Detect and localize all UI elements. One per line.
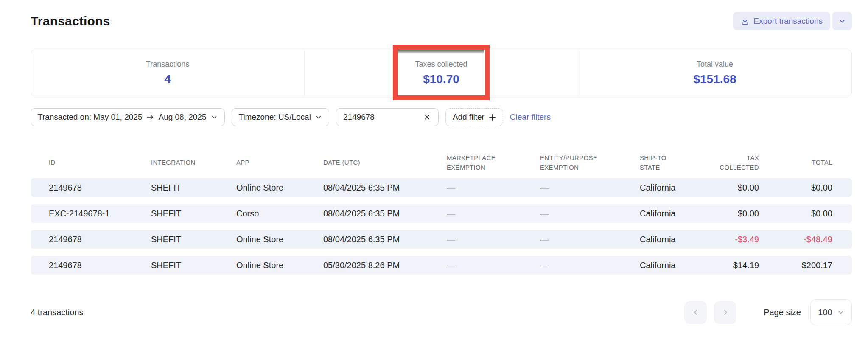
- cell-integration: SHEFIT: [151, 235, 236, 244]
- cell-ship-to-state: California: [640, 183, 710, 193]
- date-range-filter-label: Transacted on: May 01, 2025: [38, 112, 142, 122]
- stat-transactions-label: Transactions: [146, 60, 189, 69]
- cell-total: $0.00: [759, 209, 832, 219]
- cell-entity-exemption: —: [540, 183, 640, 193]
- cell-date: 08/04/2025 6:35 PM: [323, 183, 447, 193]
- timezone-filter-label: Timezone: US/Local: [239, 112, 311, 122]
- cell-entity-exemption: —: [540, 235, 640, 244]
- export-transactions-button[interactable]: Export transactions: [733, 12, 830, 30]
- date-range-filter[interactable]: Transacted on: May 01, 2025 Aug 08, 2025: [31, 108, 225, 126]
- cell-marketplace-exemption: —: [447, 209, 540, 219]
- table-row[interactable]: 2149678 SHEFIT Online Store 05/30/2025 8…: [31, 256, 852, 275]
- stat-transactions: Transactions 4: [31, 50, 304, 96]
- cell-id: 2149678: [49, 183, 151, 193]
- stat-transactions-value: 4: [164, 73, 171, 86]
- cell-marketplace-exemption: —: [447, 235, 540, 244]
- plus-icon: [489, 114, 496, 121]
- export-transactions-label: Export transactions: [753, 17, 823, 26]
- export-options-button[interactable]: [832, 12, 852, 30]
- column-header-integration: INTEGRATION: [151, 157, 236, 167]
- transactions-page: Transactions Export transactions Transac…: [0, 0, 868, 359]
- cell-app: Online Store: [236, 235, 323, 244]
- cell-marketplace-exemption: —: [447, 183, 540, 193]
- date-range-filter-end: Aug 08, 2025: [158, 112, 206, 122]
- cell-date: 05/30/2025 8:26 PM: [323, 261, 447, 270]
- add-filter-label: Add filter: [453, 112, 484, 122]
- column-header-ship-to-state: SHIP-TO STATE: [640, 153, 710, 173]
- clear-search-button[interactable]: [423, 113, 431, 121]
- cell-entity-exemption: —: [540, 261, 640, 270]
- column-header-id: ID: [49, 157, 151, 167]
- cell-id: EXC-2149678-1: [49, 209, 151, 219]
- cell-app: Online Store: [236, 261, 323, 270]
- page-size-value: 100: [818, 308, 832, 317]
- chevron-down-icon: [211, 114, 218, 121]
- download-icon: [741, 17, 749, 25]
- add-filter-button[interactable]: Add filter: [445, 108, 503, 126]
- search-filter[interactable]: [336, 108, 439, 126]
- topbar: Transactions Export transactions: [31, 12, 852, 30]
- table-body: 2149678 SHEFIT Online Store 08/04/2025 6…: [31, 178, 852, 275]
- search-input[interactable]: [343, 112, 415, 122]
- stat-taxes-collected-value: $10.70: [423, 73, 459, 86]
- timezone-filter[interactable]: Timezone: US/Local: [232, 108, 329, 126]
- column-header-date: DATE (UTC): [323, 157, 447, 167]
- export-group: Export transactions: [733, 12, 852, 30]
- cell-integration: SHEFIT: [151, 261, 236, 270]
- chevron-down-icon: [838, 17, 846, 25]
- column-header-marketplace-exemption: MARKETPLACE EXEMPTION: [447, 153, 540, 173]
- filters-bar: Transacted on: May 01, 2025 Aug 08, 2025…: [31, 108, 852, 126]
- cell-id: 2149678: [49, 235, 151, 244]
- arrow-right-icon: [146, 114, 154, 121]
- cell-tax-collected: $0.00: [710, 183, 759, 193]
- next-page-button[interactable]: [714, 301, 736, 324]
- table-row[interactable]: 2149678 SHEFIT Online Store 08/04/2025 6…: [31, 230, 852, 249]
- close-icon: [424, 114, 431, 121]
- page-size-select[interactable]: 100: [810, 299, 852, 325]
- cell-integration: SHEFIT: [151, 209, 236, 219]
- cell-tax-collected: -$3.49: [710, 235, 759, 244]
- table-header: ID INTEGRATION APP DATE (UTC) MARKETPLAC…: [31, 152, 852, 173]
- cell-app: Online Store: [236, 183, 323, 193]
- stat-total-value-label: Total value: [697, 60, 733, 69]
- chevron-right-icon: [722, 309, 729, 316]
- cell-marketplace-exemption: —: [447, 261, 540, 270]
- cell-date: 08/04/2025 6:35 PM: [323, 235, 447, 244]
- table-row[interactable]: 2149678 SHEFIT Online Store 08/04/2025 6…: [31, 178, 852, 197]
- table-row[interactable]: EXC-2149678-1 SHEFIT Corso 08/04/2025 6:…: [31, 204, 852, 223]
- cell-ship-to-state: California: [640, 209, 710, 219]
- stat-taxes-collected-label: Taxes collected: [415, 60, 467, 69]
- chevron-down-icon: [315, 114, 322, 121]
- pagination-controls: Page size 100: [684, 299, 852, 325]
- summary-stats-card: Transactions 4 Taxes collected $10.70 To…: [31, 50, 852, 96]
- cell-total: -$48.49: [759, 235, 832, 244]
- cell-entity-exemption: —: [540, 209, 640, 219]
- chevron-down-icon: [837, 309, 844, 316]
- stat-total-value-value: $151.68: [693, 73, 736, 86]
- transactions-count: 4 transactions: [31, 308, 84, 317]
- column-header-total: TOTAL: [759, 157, 832, 167]
- cell-tax-collected: $14.19: [710, 261, 759, 270]
- column-header-app: APP: [236, 157, 323, 167]
- clear-filters-link[interactable]: Clear filters: [510, 112, 551, 122]
- cell-total: $0.00: [759, 183, 832, 193]
- transactions-table: ID INTEGRATION APP DATE (UTC) MARKETPLAC…: [31, 152, 852, 275]
- page-size-label: Page size: [764, 308, 801, 317]
- cell-date: 08/04/2025 6:35 PM: [323, 209, 447, 219]
- chevron-left-icon: [692, 309, 700, 316]
- table-footer: 4 transactions Page size 100: [31, 299, 852, 325]
- cell-tax-collected: $0.00: [710, 209, 759, 219]
- page-title: Transactions: [31, 14, 110, 28]
- column-header-entity-exemption: ENTITY/PURPOSE EXEMPTION: [540, 153, 640, 173]
- column-header-tax-collected: TAX COLLECTED: [710, 153, 759, 173]
- cell-ship-to-state: California: [640, 261, 710, 270]
- stat-total-value: Total value $151.68: [578, 50, 851, 96]
- cell-total: $200.17: [759, 261, 832, 270]
- previous-page-button[interactable]: [684, 301, 707, 324]
- cell-integration: SHEFIT: [151, 183, 236, 193]
- cell-id: 2149678: [49, 261, 151, 270]
- cell-app: Corso: [236, 209, 323, 219]
- stat-taxes-collected: Taxes collected $10.70: [304, 50, 578, 96]
- cell-ship-to-state: California: [640, 235, 710, 244]
